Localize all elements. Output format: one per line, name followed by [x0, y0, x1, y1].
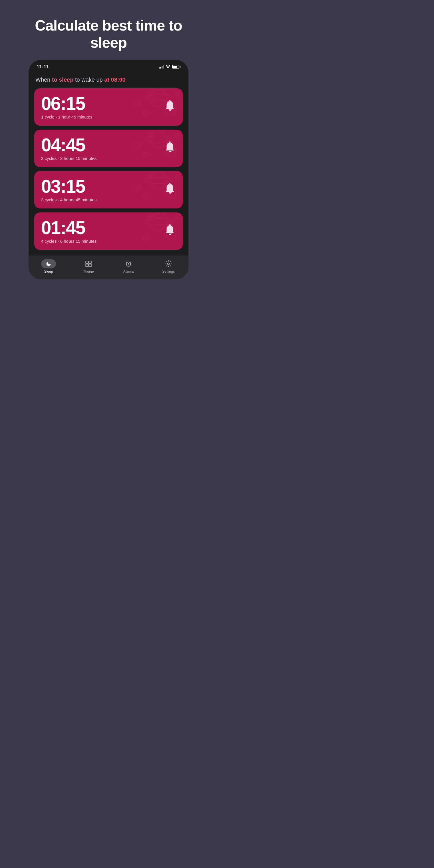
card-3-left: 03:15 3 cycles · 4 hours 45 minutes: [41, 177, 96, 202]
svg-point-31: [167, 263, 169, 265]
sleep-pill: [41, 259, 56, 269]
sleep-card-2[interactable]: 04:45 2 cycles · 3 hours 15 minutes: [34, 130, 183, 167]
svg-point-7: [181, 103, 183, 107]
battery-icon: [172, 65, 181, 68]
svg-rect-26: [86, 261, 88, 264]
sleep-cards: 06:15 1 cycle · 1 hour 45 minutes: [34, 88, 183, 253]
card-4-bell: [165, 224, 176, 238]
nav-alarms-label: Alarms: [123, 270, 134, 274]
card-4-left: 01:45 4 cycles · 6 hours 15 minutes: [41, 219, 96, 244]
svg-point-11: [143, 152, 148, 157]
svg-point-25: [176, 217, 179, 220]
phone-content: When to sleep to wake up at 08:00: [29, 72, 188, 253]
settings-icon: [165, 260, 172, 268]
svg-rect-27: [89, 261, 91, 264]
nav-alarms-icon-wrap: [122, 259, 135, 268]
hero-title: Calculate best time to sleep: [0, 17, 217, 52]
alarms-icon: [125, 260, 132, 268]
svg-point-1: [150, 89, 167, 106]
nav-theme-label: Theme: [83, 270, 94, 274]
svg-point-5: [176, 93, 179, 96]
svg-point-14: [181, 145, 183, 149]
svg-rect-28: [86, 264, 88, 267]
nav-settings-icon-wrap: [162, 259, 175, 268]
sleep-card-1[interactable]: 06:15 1 cycle · 1 hour 45 minutes: [34, 88, 183, 126]
card-4-time: 01:45: [41, 219, 96, 237]
svg-point-6: [133, 100, 140, 107]
svg-rect-29: [89, 264, 91, 267]
svg-point-4: [143, 111, 148, 115]
nav-item-sleep[interactable]: Sleep: [42, 259, 55, 274]
card-4-desc: 4 cycles · 6 hours 15 minutes: [41, 239, 96, 244]
card-3-bell: [165, 183, 176, 197]
svg-point-19: [176, 176, 179, 179]
svg-point-15: [150, 172, 167, 189]
card-2-left: 04:45 2 cycles · 3 hours 15 minutes: [41, 136, 96, 161]
subtitle-highlight2: at 08:00: [104, 76, 126, 83]
card-3-time: 03:15: [41, 177, 96, 195]
nav-theme-icon-wrap: [82, 259, 95, 268]
card-1-time: 06:15: [41, 94, 92, 113]
card-1-left: 06:15 1 cycle · 1 hour 45 minutes: [41, 94, 92, 119]
card-2-time: 04:45: [41, 136, 96, 154]
subtitle-middle: to wake up: [75, 76, 104, 83]
signal-icon: [159, 65, 164, 68]
card-3-desc: 3 cycles · 4 hours 45 minutes: [41, 197, 96, 202]
sleep-card-3[interactable]: 03:15 3 cycles · 4 hours 45 minutes: [34, 171, 183, 209]
sleep-card-4[interactable]: 01:45 4 cycles · 6 hours 15 minutes: [34, 212, 183, 250]
svg-point-8: [150, 130, 167, 148]
card-2-bell: [165, 141, 176, 155]
nav-item-alarms[interactable]: Alarms: [122, 259, 135, 274]
subtitle-highlight1: to sleep: [52, 76, 74, 83]
nav-settings-label: Settings: [162, 270, 175, 274]
theme-icon: [85, 260, 92, 268]
subtitle-prefix: When: [35, 76, 52, 83]
svg-point-12: [176, 134, 179, 137]
nav-sleep-icon-wrap: [42, 259, 55, 268]
status-bar: 11:11: [29, 60, 188, 72]
svg-point-18: [143, 193, 148, 198]
phone-mockup: 11:11: [29, 60, 188, 279]
nav-sleep-label: Sleep: [44, 270, 53, 274]
nav-item-settings[interactable]: Settings: [162, 259, 175, 274]
subtitle-text: When to sleep to wake up at 08:00: [34, 76, 183, 83]
card-2-desc: 2 cycles · 3 hours 15 minutes: [41, 156, 96, 161]
svg-point-0: [168, 68, 168, 68]
card-1-desc: 1 cycle · 1 hour 45 minutes: [41, 115, 92, 119]
svg-point-24: [143, 235, 148, 240]
svg-point-21: [150, 213, 167, 230]
card-1-bell: [165, 100, 176, 114]
wifi-icon: [165, 65, 170, 68]
nav-item-theme[interactable]: Theme: [82, 259, 95, 274]
status-icons: [159, 65, 181, 68]
svg-point-20: [133, 183, 140, 190]
svg-point-13: [133, 142, 140, 148]
moon-icon: [46, 261, 52, 267]
status-time: 11:11: [36, 64, 49, 70]
bottom-nav: Sleep Theme: [29, 255, 188, 279]
